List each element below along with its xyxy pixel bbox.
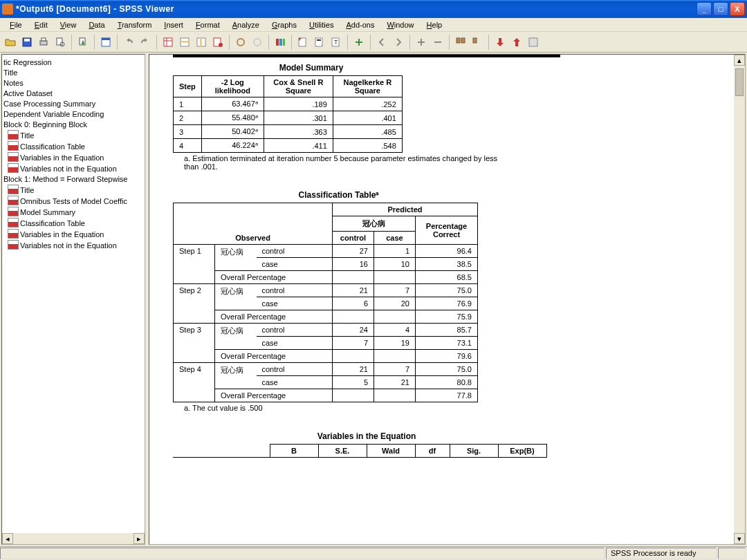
select-last-button[interactable]	[233, 35, 248, 50]
nav-forward-button[interactable]	[391, 35, 406, 50]
client-area: tic RegressionTitleNotesActive DatasetCa…	[0, 53, 747, 546]
menu-graphs[interactable]: Graphs	[266, 19, 302, 30]
outline-pane: tic RegressionTitleNotesActive DatasetCa…	[1, 54, 145, 545]
save-button[interactable]	[19, 35, 35, 50]
demote-button[interactable]	[430, 35, 445, 50]
export-button[interactable]	[75, 35, 91, 50]
scroll-right-button[interactable]: ▸	[133, 533, 145, 544]
undo-button[interactable]	[121, 35, 136, 50]
variables-in-equation-block[interactable]: Variables in the Equation B S.E. Wald df…	[166, 426, 732, 458]
svg-rect-2	[40, 41, 47, 45]
open-button[interactable]	[3, 35, 18, 50]
model-summary-block[interactable]: Model Summary Step -2 Log likelihood Cox…	[166, 57, 732, 171]
outline-item[interactable]: Dependent Variable Encoding	[1, 109, 145, 120]
expand-button[interactable]	[453, 35, 468, 50]
print-preview-button[interactable]	[53, 35, 68, 50]
classification-table-block[interactable]: Classification Tableᵃ Observed Predicted…	[166, 185, 732, 412]
classification-table-footnote: a. The cut value is .500	[166, 402, 512, 412]
close-item-button[interactable]	[526, 35, 541, 50]
table-row: Step 4冠心病control21775.0	[174, 363, 478, 376]
svg-rect-1	[24, 39, 30, 41]
model-summary-table: Step -2 Log likelihood Cox & Snell R Squ…	[173, 75, 403, 153]
toolbar: T	[0, 32, 747, 53]
scroll-up-button[interactable]: ▴	[734, 55, 745, 66]
svg-rect-9	[164, 38, 172, 46]
menu-view[interactable]: View	[55, 19, 82, 30]
outline-item[interactable]: Title	[1, 130, 145, 141]
outline-item[interactable]: tic Regression	[1, 57, 145, 68]
print-button[interactable]	[36, 35, 51, 50]
insert-heading-button[interactable]	[295, 35, 311, 50]
scroll-thumb[interactable]	[735, 68, 744, 96]
outline-hscroll[interactable]: ◂ ▸	[2, 533, 145, 544]
app-icon	[2, 3, 13, 15]
outline-item[interactable]: Active Dataset	[1, 88, 145, 99]
redo-button[interactable]	[138, 35, 153, 50]
svg-rect-24	[315, 38, 322, 46]
menu-insert[interactable]: Insert	[158, 19, 189, 30]
goto-variable-button[interactable]	[210, 35, 225, 50]
svg-rect-21	[279, 39, 282, 46]
minimize-button[interactable]: _	[697, 2, 712, 16]
variables-in-equation-table: B S.E. Wald df Sig. Exp(B)	[173, 444, 547, 458]
menu-utilities[interactable]: Utilities	[304, 19, 339, 30]
table-row: 350.402ᵃ.363.485	[174, 125, 403, 139]
menu-format[interactable]: Format	[190, 19, 225, 30]
outline-item[interactable]: Title	[1, 185, 145, 196]
designate-output-button[interactable]	[509, 35, 524, 50]
outline-item[interactable]: Variables not in the Equation	[1, 240, 145, 251]
insert-title-button[interactable]	[312, 35, 327, 50]
svg-rect-33	[515, 41, 518, 46]
menu-analyze[interactable]: Analyze	[227, 19, 265, 30]
svg-point-19	[254, 39, 261, 46]
outline-item[interactable]: Classification Table	[1, 141, 145, 152]
outline-item[interactable]: Variables in the Equation	[1, 152, 145, 163]
svg-rect-13	[181, 41, 189, 43]
content-vscroll[interactable]: ▴ ▾	[734, 55, 745, 544]
outline-item[interactable]: Notes	[1, 78, 145, 88]
svg-rect-32	[499, 38, 501, 44]
menu-data[interactable]: Data	[83, 19, 110, 30]
outline-item[interactable]: Block 0: Beginning Block	[1, 120, 145, 130]
svg-text:T: T	[334, 39, 338, 46]
svg-rect-34	[529, 38, 537, 46]
scroll-down-button[interactable]: ▾	[734, 533, 745, 544]
menu-edit[interactable]: Edit	[29, 19, 53, 30]
promote-button[interactable]	[414, 35, 429, 50]
show-hidden-button[interactable]	[250, 35, 265, 50]
table-row: Step 3冠心病control24485.7	[174, 324, 478, 337]
variables-button[interactable]	[194, 35, 209, 50]
svg-point-17	[219, 43, 223, 47]
scroll-left-button[interactable]: ◂	[2, 533, 13, 544]
nav-back-button[interactable]	[374, 35, 389, 50]
designate-window-button[interactable]	[492, 35, 508, 50]
goto-case-button[interactable]	[177, 35, 192, 50]
svg-rect-30	[461, 38, 465, 43]
outline-item[interactable]: Variables in the Equation	[1, 229, 145, 240]
menu-help[interactable]: Help	[421, 19, 448, 30]
outline-item[interactable]: Block 1: Method = Forward Stepwise	[1, 174, 145, 185]
maximize-button[interactable]: □	[713, 2, 728, 16]
svg-rect-20	[276, 39, 279, 46]
svg-rect-29	[456, 38, 460, 43]
menu-addons[interactable]: Add-ons	[340, 19, 380, 30]
goto-data-button[interactable]	[160, 35, 176, 50]
outline-item[interactable]: Classification Table	[1, 218, 145, 229]
close-button[interactable]: X	[730, 2, 745, 16]
output-document: Model Summary Step -2 Log likelihood Cox…	[166, 55, 732, 544]
table-row: 446.224ᵃ.411.548	[174, 139, 403, 153]
outline-item[interactable]: Title	[1, 68, 145, 78]
insert-text-button[interactable]: T	[329, 35, 344, 50]
collapse-button[interactable]	[470, 35, 485, 50]
use-sets-button[interactable]	[273, 35, 288, 50]
outline-item[interactable]: Model Summary	[1, 207, 145, 218]
dialog-recall-button[interactable]	[98, 35, 113, 50]
menu-transform[interactable]: Transform	[112, 19, 158, 30]
outline-item[interactable]: Omnibus Tests of Model Coeffic	[1, 196, 145, 207]
outline-item[interactable]: Case Processing Summary	[1, 99, 145, 109]
menu-file[interactable]: File	[4, 19, 28, 30]
outline-item[interactable]: Variables not in the Equation	[1, 163, 145, 174]
menu-window[interactable]: Window	[381, 19, 419, 30]
classification-table-title: Classification Tableᵃ	[173, 185, 505, 203]
add-button[interactable]	[351, 35, 367, 50]
